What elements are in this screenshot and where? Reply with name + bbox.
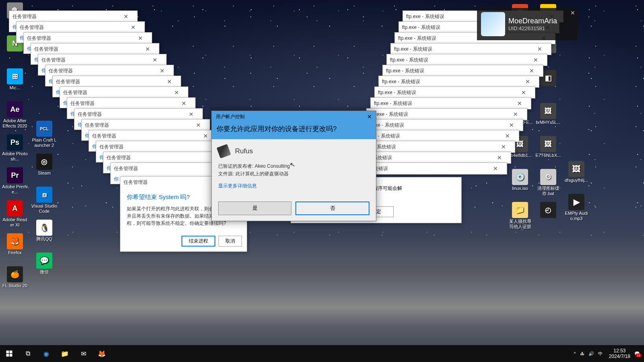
end-process-button[interactable]: 结束进程: [182, 236, 215, 247]
titlebar[interactable]: ftp.exe - 系统错误✕: [375, 87, 535, 98]
close-icon[interactable]: ✕: [169, 89, 185, 96]
desktop-icon[interactable]: ⚙清理图标缓存.bat: [535, 169, 561, 196]
mail-icon[interactable]: ✉: [74, 345, 93, 362]
window-title: 任务管理器: [85, 122, 190, 129]
ftp-error-dialog[interactable]: ftp.exe - 系统错误✕: [362, 119, 523, 131]
tray-chevron-icon[interactable]: ^: [574, 351, 576, 356]
close-icon[interactable]: ✕: [504, 122, 520, 128]
ftp-error-dialog[interactable]: ftp.exe - 系统错误✕: [366, 108, 527, 120]
titlebar[interactable]: 任务管理器✕: [17, 22, 144, 33]
network-icon[interactable]: 🖧: [580, 351, 584, 356]
start-button[interactable]: [0, 345, 19, 362]
desktop-icon[interactable]: 💿linux.iso: [507, 169, 533, 191]
ime-indicator[interactable]: 中: [598, 351, 603, 357]
close-icon[interactable]: ✕: [125, 24, 141, 31]
close-icon[interactable]: ✕: [132, 35, 149, 41]
titlebar[interactable]: 任务管理器✕: [45, 65, 173, 76]
close-icon[interactable]: ✕: [190, 122, 206, 128]
desktop-icon[interactable]: 🖼E7T6NLbX...: [535, 136, 561, 158]
desktop-icon[interactable]: ▶EMPty Audio.mp3: [564, 194, 589, 221]
close-icon[interactable]: ✕: [570, 10, 575, 16]
desktop-icon[interactable]: PCLPlain Craft Launcher 2: [31, 121, 57, 148]
ftp-error-dialog[interactable]: ftp.exe - 系统错误✕: [378, 76, 539, 88]
ftp-error-dialog[interactable]: ftp.exe - 系统错误✕: [386, 54, 547, 66]
desktop-icon[interactable]: 🖼brMHYs5L...: [535, 103, 561, 125]
desktop-icon[interactable]: ⊞Mic...: [2, 68, 28, 90]
titlebar[interactable]: 任务管理器✕: [89, 130, 217, 142]
firefox-icon[interactable]: 🦊: [93, 345, 111, 362]
close-icon[interactable]: ✕: [487, 165, 504, 172]
notification-icon[interactable]: 💬11: [634, 351, 640, 356]
uac-titlebar[interactable]: 用户帐户控制 ✕: [212, 111, 376, 123]
close-icon[interactable]: ✕: [500, 133, 516, 139]
close-icon[interactable]: ✕: [532, 46, 548, 52]
desktop-icon[interactable]: 🐧腾讯QQ: [31, 220, 57, 242]
close-icon[interactable]: ✕: [524, 68, 540, 74]
system-tray[interactable]: ^ 🖧 🔊 中 12:532024/7/18 💬11: [570, 345, 644, 362]
titlebar[interactable]: ftp.exe - 系统错误✕: [363, 119, 523, 131]
close-icon[interactable]: ✕: [176, 100, 192, 107]
close-icon[interactable]: ✕: [118, 13, 134, 20]
close-icon[interactable]: ✕: [147, 57, 163, 63]
close-icon[interactable]: ✕: [140, 46, 156, 52]
desktop-icon[interactable]: 🦊Firefox: [2, 233, 28, 255]
desktop-icon[interactable]: ◴: [535, 202, 561, 219]
task-view-button[interactable]: ⧉: [19, 345, 37, 362]
desktop-icon[interactable]: ◎Steam: [31, 154, 57, 176]
cancel-button[interactable]: 取消: [219, 236, 242, 247]
desktop-icon[interactable]: AAdobe Reader XI: [2, 200, 28, 228]
desktop-icon[interactable]: 🍊FL Studio 20: [2, 266, 28, 288]
titlebar[interactable]: ftp.exe - 系统错误✕: [383, 65, 543, 76]
close-icon[interactable]: ✕: [491, 154, 508, 161]
titlebar[interactable]: 任务管理器✕: [53, 76, 181, 87]
clock[interactable]: 12:532024/7/18: [609, 348, 630, 360]
desktop-icon[interactable]: PrAdobe Premie...: [2, 167, 28, 195]
file-explorer-icon[interactable]: 📁: [56, 345, 74, 362]
titlebar[interactable]: ftp.exe - 系统错误✕: [387, 54, 547, 66]
desktop-icon[interactable]: ⧈Visual Studio Code: [31, 187, 57, 214]
close-icon[interactable]: ✕: [528, 57, 544, 63]
volume-icon[interactable]: 🔊: [588, 351, 594, 356]
close-icon[interactable]: ✕: [512, 100, 528, 107]
yes-button[interactable]: 是: [218, 202, 291, 215]
close-icon[interactable]: ✕: [154, 68, 170, 74]
titlebar[interactable]: 任务管理器✕: [38, 54, 166, 66]
ftp-error-dialog[interactable]: ftp.exe - 系统错误✕: [382, 65, 543, 77]
titlebar[interactable]: ftp.exe - 系统错误✕: [355, 141, 515, 152]
titlebar[interactable]: 任务管理器✕: [31, 43, 159, 55]
desktop-icon[interactable]: 💬微信: [31, 253, 57, 275]
taskbar[interactable]: ⧉ ◉ 📁 ✉ 🦊 ^ 🖧 🔊 中 12:532024/7/18 💬11: [0, 345, 644, 362]
titlebar[interactable]: 任务管理器✕: [24, 33, 152, 44]
close-icon[interactable]: ✕: [520, 78, 536, 85]
titlebar[interactable]: 任务管理器✕: [67, 98, 195, 109]
close-icon[interactable]: ✕: [161, 78, 178, 85]
ftp-error-dialog[interactable]: ftp.exe - 系统错误✕: [354, 141, 515, 153]
close-icon[interactable]: ✕: [508, 111, 524, 117]
titlebar[interactable]: ftp.exe - 系统错误✕: [371, 98, 531, 109]
titlebar[interactable]: ftp.exe - 系统错误✕: [359, 130, 519, 142]
no-button[interactable]: 否: [295, 202, 369, 215]
ftp-error-dialog[interactable]: ftp.exe - 系统错误✕: [374, 86, 535, 99]
desktop-icon[interactable]: 🖼dfsguyfhlij...: [564, 161, 589, 183]
titlebar[interactable]: ftp.exe - 系统错误✕: [367, 109, 527, 120]
titlebar[interactable]: ftp.exe - 系统错误✕: [391, 43, 551, 55]
edge-icon[interactable]: ◉: [37, 345, 56, 362]
close-icon[interactable]: ✕: [516, 89, 532, 96]
show-more-link[interactable]: 显示更多详细信息: [218, 183, 257, 189]
ftp-error-dialog[interactable]: ftp.exe - 系统错误✕: [358, 130, 519, 142]
titlebar[interactable]: 任务管理器✕: [60, 87, 188, 98]
titlebar[interactable]: 任务管理器✕: [82, 119, 210, 131]
desktop-icon[interactable]: 📁某人骚扰辱骂他人证据存留: [507, 202, 533, 230]
ftp-error-dialog[interactable]: ftp.exe - 系统错误✕: [370, 97, 531, 109]
icon-label: brMHYs5L...: [535, 120, 561, 125]
close-icon[interactable]: ✕: [183, 111, 199, 117]
desktop-icon[interactable]: PsAdobe Photosh...: [2, 134, 28, 162]
close-icon[interactable]: ✕: [367, 113, 372, 120]
titlebar[interactable]: 任务管理器✕: [9, 11, 137, 22]
titlebar[interactable]: ftp.exe - 系统错误✕: [379, 76, 539, 87]
titlebar[interactable]: 任务管理器✕: [96, 141, 224, 152]
ftp-error-dialog[interactable]: ftp.exe - 系统错误✕: [390, 43, 551, 55]
desktop-icon[interactable]: AeAdobe After Effects 2020: [2, 101, 28, 129]
close-icon[interactable]: ✕: [495, 144, 512, 150]
titlebar[interactable]: 任务管理器✕: [74, 109, 202, 120]
